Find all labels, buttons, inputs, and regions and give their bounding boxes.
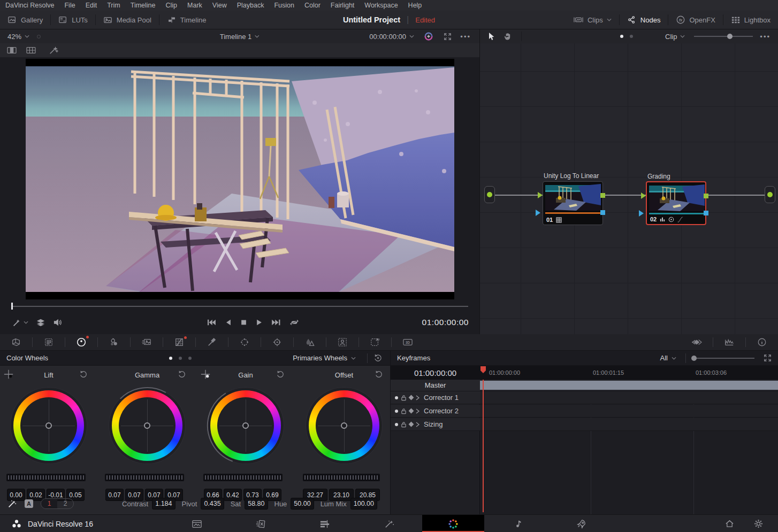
face-refinement-icon[interactable] <box>326 337 359 347</box>
menu-edit[interactable]: Edit <box>86 2 97 9</box>
keyframes-filter-select[interactable]: All <box>660 354 676 362</box>
menu-view[interactable]: View <box>212 2 227 9</box>
pivot-value[interactable]: 0.435 <box>201 498 224 510</box>
node-page-dots[interactable] <box>620 35 633 38</box>
openfx-button[interactable]: fx OpenFX <box>668 11 722 29</box>
viewer-options-menu[interactable]: ••• <box>460 33 471 41</box>
clips-button[interactable]: Clips <box>566 11 619 29</box>
lightbox-button[interactable]: Lightbox <box>723 11 778 29</box>
hue-value[interactable]: 50.00 <box>291 498 314 510</box>
visibility-dot-icon[interactable] <box>395 423 398 426</box>
camera-raw-icon[interactable] <box>0 337 32 347</box>
timeline-button[interactable]: Timeline <box>159 11 214 29</box>
grid-view-icon[interactable] <box>26 46 36 55</box>
viewer-scrub-bar[interactable] <box>0 299 479 310</box>
wheels-mode-select[interactable]: Primaries Wheels <box>293 354 356 362</box>
saturation-value[interactable]: 58.80 <box>245 498 268 510</box>
pick-white-point-icon[interactable] <box>200 369 211 380</box>
motion-effects-icon[interactable] <box>131 338 163 346</box>
scrub-playhead[interactable] <box>11 303 13 310</box>
auto-mode-badge[interactable]: A <box>25 499 33 508</box>
gamma-color-wheel[interactable] <box>112 390 182 461</box>
page-edit[interactable] <box>309 515 341 532</box>
sizing-icon[interactable] <box>359 337 391 347</box>
pan-hand-icon[interactable] <box>504 32 512 41</box>
grab-still-icon[interactable] <box>424 32 433 41</box>
hdr-wheels-icon[interactable] <box>98 337 130 347</box>
menu-fairlight[interactable]: Fairlight <box>331 2 354 9</box>
pointer-tool-icon[interactable] <box>487 32 495 41</box>
menu-mark[interactable]: Mark <box>187 2 202 9</box>
gamma-master-wheel[interactable] <box>105 474 184 481</box>
lum-mix-value[interactable]: 100.00 <box>350 498 377 510</box>
wheel-page-dots[interactable] <box>169 357 192 360</box>
keyframe-diamond-icon[interactable] <box>409 395 414 400</box>
track-label-master[interactable]: Master <box>391 380 480 391</box>
magic-mask-icon[interactable] <box>294 337 326 347</box>
info-icon[interactable] <box>746 337 778 347</box>
track-label-corrector-2[interactable]: Corrector 2 <box>391 405 480 418</box>
menu-fusion[interactable]: Fusion <box>274 2 294 9</box>
page-color-active[interactable] <box>422 515 484 532</box>
offset-reset-icon[interactable] <box>375 370 383 379</box>
output-node[interactable] <box>765 186 775 203</box>
track-master[interactable] <box>480 380 778 391</box>
qualifier-icon[interactable] <box>196 337 228 347</box>
offset-master-wheel[interactable] <box>303 474 380 481</box>
color-match-icon[interactable] <box>33 337 65 347</box>
tracker-icon[interactable] <box>261 337 293 347</box>
menu-playback[interactable]: Playback <box>237 2 264 9</box>
node-graph[interactable]: Unity Log To Linear 01 Grading 02 <box>480 43 778 334</box>
split-compare-icon[interactable] <box>6 46 17 55</box>
viewer-timecode[interactable]: 00:00:00:00 <box>369 33 406 41</box>
play-button[interactable] <box>256 319 263 326</box>
corrector-node-2[interactable]: Grading 02 <box>646 181 706 225</box>
nodes-button[interactable]: Nodes <box>620 11 668 29</box>
menu-color[interactable]: Color <box>304 2 321 9</box>
project-manager-icon[interactable] <box>717 515 742 532</box>
menu-clip[interactable]: Clip <box>166 2 178 9</box>
offset-color-wheel[interactable] <box>309 390 379 461</box>
page-fusion[interactable] <box>373 515 406 532</box>
tab-page-1[interactable]: 1 <box>41 499 57 508</box>
track-label-sizing[interactable]: Sizing <box>391 418 480 431</box>
page-cut[interactable] <box>245 515 277 532</box>
tab-page-2[interactable]: 2 <box>57 499 73 508</box>
gallery-stills-icon[interactable] <box>681 337 713 347</box>
node-options-menu[interactable]: ••• <box>760 33 771 41</box>
keyframes-playhead-flag[interactable] <box>480 366 486 374</box>
node-zoom-slider[interactable] <box>694 36 753 37</box>
color-wheels-icon[interactable] <box>65 337 97 348</box>
expand-chevron-icon[interactable] <box>416 395 419 400</box>
expand-chevron-icon[interactable] <box>416 422 419 427</box>
lift-reset-icon[interactable] <box>79 370 88 379</box>
power-window-icon[interactable] <box>228 337 261 347</box>
keyframe-diamond-icon[interactable] <box>409 422 414 427</box>
lock-icon[interactable] <box>401 395 407 401</box>
gain-master-wheel[interactable] <box>203 474 283 481</box>
layers-icon[interactable] <box>36 318 45 327</box>
lift-master-wheel[interactable] <box>6 474 86 481</box>
skip-end-button[interactable] <box>271 319 281 326</box>
lift-color-wheel[interactable] <box>13 390 84 461</box>
auto-balance-wand-icon[interactable] <box>6 499 17 508</box>
lock-icon[interactable] <box>401 421 407 428</box>
lock-icon[interactable] <box>401 408 407 414</box>
menu-workspace[interactable]: Workspace <box>364 2 398 9</box>
corrector-node-1[interactable]: Unity Log To Linear 01 <box>543 181 603 225</box>
visibility-dot-icon[interactable] <box>395 396 398 399</box>
keyframes-zoom-slider[interactable] <box>691 358 754 359</box>
stereo-3d-icon[interactable]: 3D <box>392 337 424 347</box>
keyframes-playhead[interactable] <box>483 380 484 512</box>
menu-timeline[interactable]: Timeline <box>131 2 156 9</box>
track-label-corrector-1[interactable]: Corrector 1 <box>391 391 480 404</box>
keyframes-zoom-thumb[interactable] <box>691 356 697 361</box>
keyframe-diamond-icon[interactable] <box>409 408 414 414</box>
source-node[interactable] <box>484 186 495 203</box>
scopes-icon[interactable] <box>713 337 745 347</box>
menu-help[interactable]: Help <box>408 2 422 9</box>
enhance-wand-icon[interactable] <box>48 45 59 55</box>
audio-mute-icon[interactable] <box>53 318 63 327</box>
expand-chevron-icon[interactable] <box>416 408 419 414</box>
stop-button[interactable] <box>240 319 247 326</box>
